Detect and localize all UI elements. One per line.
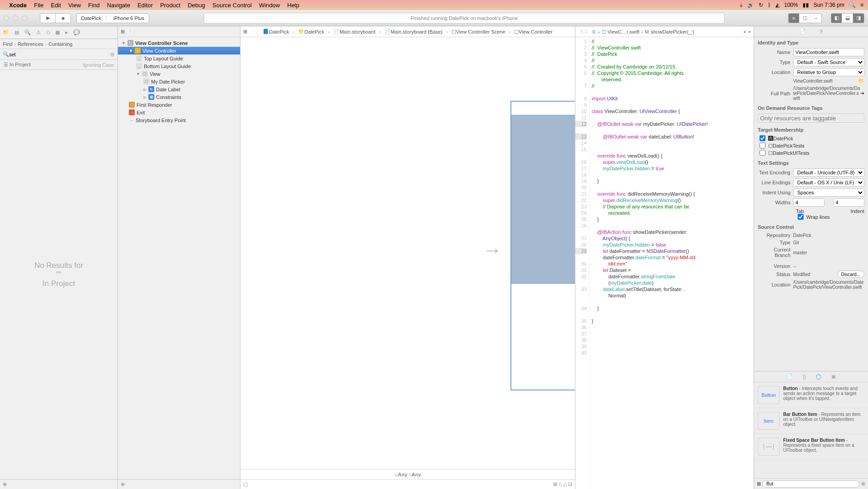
project-nav-icon[interactable]: 📁: [3, 30, 9, 35]
name-field[interactable]: [793, 48, 864, 56]
bluetooth-icon[interactable]: ᛒ: [768, 2, 771, 8]
window-minimize[interactable]: [13, 15, 18, 21]
test-nav-icon[interactable]: ◇: [46, 30, 50, 35]
breakpoint-nav-icon[interactable]: ▸: [65, 30, 68, 35]
library-filter-input[interactable]: [762, 480, 859, 488]
outline-picker[interactable]: ▢My Date Picker: [118, 78, 240, 85]
outline-entry[interactable]: →Storyboard Entry Point: [118, 116, 240, 124]
library-item-barbutton[interactable]: Item Bar Button Item - Represents an ite…: [754, 408, 868, 434]
filter-icon[interactable]: ⊕: [121, 481, 125, 487]
wifi-icon2[interactable]: ◭: [775, 2, 780, 8]
debug-nav-icon[interactable]: ▦: [55, 30, 60, 35]
target-tests-check[interactable]: [760, 143, 765, 148]
window-zoom[interactable]: [22, 15, 27, 21]
lower-view[interactable]: Button: [510, 283, 575, 390]
menu-edit[interactable]: Edit: [51, 2, 61, 9]
menu-source-control[interactable]: Source Control: [212, 2, 252, 9]
library-item-button[interactable]: Button Button - Intercepts touch events …: [754, 382, 868, 408]
version-editor-icon[interactable]: ↔: [810, 14, 821, 23]
standard-editor-icon[interactable]: ≡: [789, 14, 799, 23]
outline-top-guide[interactable]: ⎯Top Layout Guide: [118, 54, 240, 62]
search-input[interactable]: [9, 52, 110, 57]
automatic-icon[interactable]: ◎: [592, 29, 596, 35]
right-panel-icon[interactable]: ◨: [853, 14, 864, 23]
device-frame[interactable]: Date Picker Button: [510, 101, 575, 391]
size-class-bar[interactable]: wAny hAny: [240, 469, 575, 479]
resolve-icon[interactable]: △: [563, 481, 567, 487]
symbol-nav-icon[interactable]: ▤: [15, 30, 19, 35]
pin-icon[interactable]: ⎍: [559, 482, 562, 487]
wrap-lines-check[interactable]: [798, 214, 804, 220]
target-uitests-check[interactable]: [760, 150, 765, 156]
wifi-icon[interactable]: ⏚: [740, 2, 743, 8]
close-assistant-icon[interactable]: ×: [748, 29, 751, 35]
file-inspector-icon[interactable]: 📄: [799, 29, 806, 35]
filter-icon[interactable]: ⊕: [3, 481, 7, 487]
discard-button[interactable]: Discard...: [837, 271, 864, 278]
outline-viewcontroller[interactable]: ▼○View Controller: [118, 47, 240, 54]
notification-icon[interactable]: ≡: [860, 2, 863, 8]
menu-editor[interactable]: Editor: [137, 2, 153, 9]
outline-exit[interactable]: →Exit: [118, 109, 240, 116]
line-gutter[interactable]: 1234567 891011121314 1516171819202122 23…: [575, 37, 590, 489]
back-icon[interactable]: 〈: [127, 28, 132, 35]
activity-view: Finished running DatePick on macbook's i…: [204, 13, 725, 24]
library-item-fixedspace[interactable]: ┊┄┄┊ Fixed Space Bar Button Item - Repre…: [754, 434, 868, 460]
related-icon[interactable]: ⊞: [243, 29, 247, 35]
reveal-icon[interactable]: ➔: [860, 90, 864, 96]
resize-icon[interactable]: ⊡: [568, 481, 572, 487]
target-datepick-check[interactable]: [760, 135, 765, 141]
run-button[interactable]: ▶: [40, 13, 55, 23]
quick-help-icon[interactable]: ?: [819, 29, 822, 35]
jump-bar[interactable]: ⊞ 〈 〉 📘 DatePick› 📁 DatePick› 📄 Main.sto…: [240, 26, 575, 37]
assistant-editor-icon[interactable]: ◫: [799, 14, 810, 23]
outline-datelabel[interactable]: ▶BDate Label: [118, 85, 240, 93]
scene-dock[interactable]: [510, 101, 575, 115]
find-nav-icon[interactable]: 🔍: [25, 30, 31, 35]
menu-navigate[interactable]: Navigate: [107, 2, 130, 9]
folder-icon[interactable]: 📁: [858, 78, 864, 84]
date-picker-view[interactable]: Date Picker: [510, 115, 575, 283]
menu-view[interactable]: View: [68, 2, 81, 9]
clear-filter-icon[interactable]: ⊗: [861, 481, 865, 487]
clock[interactable]: Sun 7:36 pm: [814, 2, 844, 8]
menu-debug[interactable]: Debug: [188, 2, 205, 9]
spotlight-icon[interactable]: 🔍: [849, 2, 856, 8]
file-template-icon[interactable]: 📄: [786, 374, 793, 380]
menu-help[interactable]: Help: [287, 2, 299, 9]
outline-first-responder[interactable]: ▢First Responder: [118, 101, 240, 109]
window-close[interactable]: [4, 15, 9, 21]
stop-button[interactable]: ■: [55, 13, 71, 23]
location-select[interactable]: Relative to Group: [793, 68, 864, 76]
outline-view[interactable]: ▼▢View: [118, 70, 240, 78]
assistant-jump-bar[interactable]: 〈〉 ◎› ◻ ViewC…r.swift› M showDatePicker(…: [575, 26, 754, 37]
clear-icon[interactable]: ⊗: [110, 51, 115, 58]
issue-nav-icon[interactable]: ⚠: [36, 30, 41, 35]
align-icon[interactable]: ⊞: [553, 481, 557, 487]
object-library-icon[interactable]: ◯: [816, 374, 821, 380]
media-library-icon[interactable]: ▣: [831, 374, 836, 380]
sync-icon[interactable]: ↻: [759, 2, 763, 8]
find-scope-bar[interactable]: Find› References› Containing: [0, 39, 118, 49]
menu-app[interactable]: Xcode: [9, 2, 27, 9]
scheme-selector[interactable]: DatePick 〉 iPhone 6 Plus: [76, 13, 149, 23]
outline-bottom-guide[interactable]: ⎯Bottom Layout Guide: [118, 62, 240, 70]
related-icon[interactable]: ⊞: [121, 29, 125, 35]
add-assistant-icon[interactable]: +: [743, 29, 746, 35]
bottom-panel-icon[interactable]: ⬓: [842, 14, 853, 23]
outline-scene[interactable]: View Controller Scene: [135, 40, 188, 46]
menu-file[interactable]: File: [34, 2, 44, 9]
menu-find[interactable]: Find: [88, 2, 99, 9]
left-panel-icon[interactable]: ◧: [831, 14, 842, 23]
type-select[interactable]: Default - Swift Source: [793, 58, 864, 66]
outline-toggle-icon[interactable]: ▢: [243, 481, 248, 487]
outline-constraints[interactable]: ▶▦Constraints: [118, 93, 240, 101]
menu-product[interactable]: Product: [160, 2, 181, 9]
grid-view-icon[interactable]: ⊞: [757, 481, 761, 487]
report-nav-icon[interactable]: 💬: [74, 30, 80, 35]
volume-icon[interactable]: 🔊: [747, 2, 754, 8]
code-snippet-icon[interactable]: {}: [803, 374, 806, 380]
menu-window[interactable]: Window: [259, 2, 280, 9]
source-code[interactable]: // // ViewController.swift // DatePick /…: [590, 37, 754, 489]
forward-icon[interactable]: 〉: [133, 28, 138, 35]
